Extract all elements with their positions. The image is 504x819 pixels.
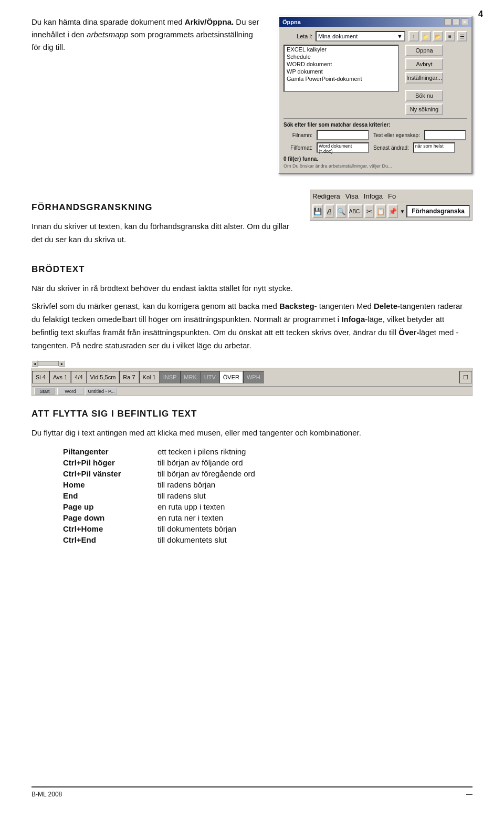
file-item-ppt: Gamla PowerPoint-dokument	[285, 75, 398, 82]
brodtext-para1: När du skriver in rå brödtext behöver du…	[32, 282, 472, 295]
dialog-title: Öppna	[282, 19, 301, 25]
brodtext-p2-2: - tangenten Med	[314, 302, 374, 310]
toolbar-preview-btn: 🔍	[336, 204, 346, 218]
shortcut-key-0: Piltangenter	[63, 447, 158, 456]
dialog-bottom-row1: Filnamn: Text eller egenskap:	[284, 130, 467, 140]
scroll-row: ◄ ►	[32, 360, 472, 367]
shortcut-row-8: Ctrl+End till dokumentets slut	[63, 535, 399, 544]
statusbar-ra: Ra 7	[119, 371, 139, 383]
menu-fo: Fo	[388, 192, 396, 200]
statusbar-si: Si 4	[32, 371, 49, 383]
statusbar-avs: Avs 1	[49, 371, 71, 383]
flytta-section: ATT FLYTTA SIG I BEFINTLIG TEXT Du flytt…	[32, 409, 472, 544]
forhandsgranskning-toolbar-screenshot: Redigera Visa Infoga Fo 💾 🖨 🔍 ABC- ✂ 📋 📌…	[310, 190, 472, 221]
taskbar-start: Start	[34, 388, 55, 395]
dialog-content: Leta i: Mina dokument ▼ ↑ 📁 📂 ≡ ☰ EXCEL …	[279, 27, 471, 173]
menu-redigera: Redigera	[312, 192, 340, 200]
dialog-titlebar: Öppna _ □ ×	[279, 17, 471, 27]
look-in-dropdown-icon: ▼	[397, 33, 403, 39]
top-text-italic1: arbetsmapp	[87, 30, 128, 39]
menu-infoga: Infoga	[364, 192, 383, 200]
taskbar-word: Word	[57, 388, 83, 395]
file-item-wp: WP dokument	[285, 68, 398, 75]
text-prop-input	[424, 130, 466, 140]
statusbar-over: ÖVER	[219, 371, 243, 383]
open-dialog-screenshot: Öppna _ □ × Leta i: Mina dokument ▼ ↑ 📁 …	[278, 16, 472, 174]
toolbar-save-btn: 💾	[312, 204, 323, 218]
dialog-note: Om Du önskar ändra arbetsinställningar, …	[284, 163, 467, 169]
forhandsgranskning-section: FÖRHANDSGRANSKNING Innan du skriver ut t…	[32, 190, 472, 252]
scroll-track	[38, 361, 59, 366]
shortcut-row-7: Ctrl+Home till dokumentets början	[63, 524, 399, 533]
dialog-titlebar-buttons: _ □ ×	[444, 18, 468, 25]
file-listbox: EXCEL kalkyler Schedule WORD dokument WP…	[284, 45, 399, 92]
shortcut-desc-7: till dokumentets början	[158, 524, 399, 533]
scroll-right-btn: ►	[59, 360, 65, 367]
shortcut-desc-2: till början av föregående ord	[158, 469, 399, 478]
flytta-intro: Du flyttar dig i text antingen med att k…	[32, 427, 472, 440]
dialog-settings-btn: Inställningar...	[405, 72, 443, 84]
shortcut-key-4: End	[63, 491, 158, 500]
statusbar-pages: 4/4	[71, 371, 86, 383]
taskbar-row: Start Word Untitled - P...	[32, 387, 472, 396]
dialog-action-buttons: Öppna Avbryt Inställningar... Sök nu Ny …	[405, 45, 443, 115]
shortcut-table: Piltangenter ett tecken i pilens riktnin…	[63, 447, 399, 544]
dialog-minimize-btn: _	[444, 18, 452, 25]
statusbar-kol: Kol 1	[139, 371, 160, 383]
dialog-newfolder-icon: 📂	[433, 31, 443, 42]
shortcut-row-4: End till radens slut	[63, 491, 399, 500]
shortcut-key-3: Home	[63, 480, 158, 489]
brodtext-section: BRÖDTEXT När du skriver in rå brödtext b…	[32, 264, 472, 397]
dialog-cancel-btn: Avbryt	[405, 58, 443, 70]
flytta-heading: ATT FLYTTA SIG I BEFINTLIG TEXT	[32, 409, 472, 419]
shortcut-row-0: Piltangenter ett tecken i pilens riktnin…	[63, 447, 399, 456]
forhandsgranskning-body: Innan du skriver ut texten, kan du förha…	[32, 220, 299, 246]
dialog-list-icon: ≡	[445, 31, 455, 42]
dialog-open-btn: Öppna	[405, 45, 443, 56]
brodtext-infoga: Infoga	[341, 315, 365, 324]
shortcut-key-7: Ctrl+Home	[63, 524, 158, 533]
dialog-up-icon: ↑	[408, 31, 419, 42]
bottom-bar: B-ML 2008 —	[32, 786, 472, 798]
filename-input	[317, 130, 369, 140]
dialog-separator	[284, 118, 467, 119]
file-item-word: WORD dokument	[285, 60, 398, 68]
last-modified-label: Senast ändrad:	[373, 145, 409, 151]
shortcut-row-2: Ctrl+Pil vänster till början av föregåen…	[63, 469, 399, 478]
statusbar-vid: Vid 5,5cm	[87, 371, 120, 383]
statusbar-insp: INSP	[160, 371, 181, 383]
shortcut-row-3: Home till radens början	[63, 480, 399, 489]
top-text-part1: Du kan hämta dina sparade dokument med	[32, 17, 185, 26]
forhandsgranskning-heading: FÖRHANDSGRANSKNING	[32, 202, 299, 213]
toolbar-print-btn: 🖨	[324, 204, 334, 218]
menu-visa: Visa	[345, 192, 359, 200]
shortcut-desc-4: till radens slut	[158, 491, 399, 500]
statusbar-box: Si 4 Avs 1 4/4 Vid 5,5cm Ra 7 Kol 1 INSP…	[32, 368, 472, 387]
filetype-select: Word dokument (*.doc)	[317, 142, 369, 153]
taskbar-item: Untitled - P...	[86, 388, 117, 395]
shortcut-desc-1: till början av följande ord	[158, 458, 399, 467]
statusbar-wph: WPH	[243, 371, 264, 383]
brodtext-delete: Delete-	[374, 302, 400, 310]
statusbar-utv: UTV	[201, 371, 219, 383]
top-text-bold1: Arkiv/Öppna.	[185, 17, 234, 26]
forhandsgranskning-text: FÖRHANDSGRANSKNING Innan du skriver ut t…	[32, 190, 299, 252]
footer-right: —	[466, 791, 472, 798]
shortcut-desc-3: till radens början	[158, 480, 399, 489]
dialog-search-label: Sök efter filer som matchar dessa kriter…	[284, 122, 467, 128]
shortcut-desc-8: till dokumentets slut	[158, 535, 399, 544]
shortcut-row-5: Page up en ruta upp i texten	[63, 502, 399, 511]
shortcut-row-1: Ctrl+Pil höger till början av följande o…	[63, 458, 399, 467]
dialog-toolbar-icons: ↑ 📁 📂 ≡ ☰	[408, 31, 467, 42]
dialog-lookin-row: Leta i: Mina dokument ▼ ↑ 📁 📂 ≡ ☰	[284, 31, 467, 42]
filename-label: Filnamn:	[284, 132, 312, 138]
top-section: Du kan hämta dina sparade dokument med A…	[32, 16, 472, 174]
shortcut-key-6: Page down	[63, 513, 158, 522]
scroll-left-btn: ◄	[32, 360, 38, 367]
toolbar-paste-btn: 📌	[387, 204, 398, 218]
toolbar-cut-btn: ✂	[364, 204, 374, 218]
brodtext-heading: BRÖDTEXT	[32, 264, 472, 275]
footer-left: B-ML 2008	[32, 791, 62, 798]
forhandsgranskning-button: Förhandsgranska	[406, 205, 470, 217]
toolbar-dropdown-arrow: ▼	[400, 205, 405, 217]
